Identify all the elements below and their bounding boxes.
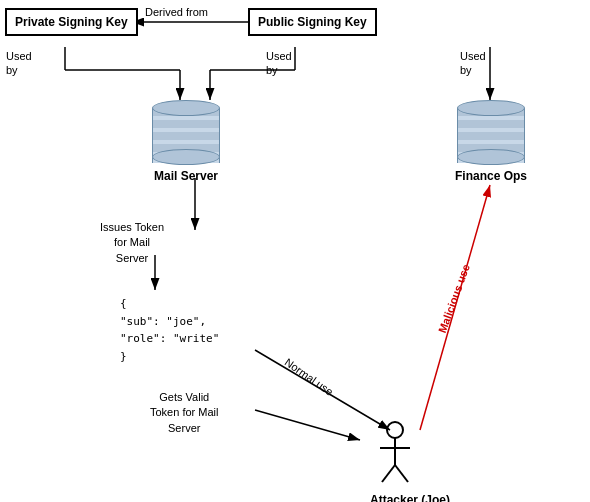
used-by-public-label: Usedby: [266, 49, 292, 78]
derived-from-label: Derived from: [145, 5, 208, 19]
person-svg: [370, 420, 420, 490]
public-key-box: Public Signing Key: [248, 8, 377, 36]
used-by-private-label: Usedby: [6, 49, 32, 78]
mail-server-db: Mail Server: [152, 100, 220, 183]
svg-line-19: [382, 465, 395, 482]
json-content-box: { "sub": "joe", "role": "write" }: [120, 295, 219, 365]
issues-token-label: Issues Tokenfor MailServer: [100, 220, 164, 266]
diagram-container: Private Signing Key Derived from Public …: [0, 0, 590, 502]
attacker-figure: Attacker (Joe): [370, 420, 450, 502]
normal-use-label: Normal use: [282, 355, 336, 399]
private-key-box: Private Signing Key: [5, 8, 138, 36]
svg-point-16: [387, 422, 403, 438]
finance-ops-db: Finance Ops: [455, 100, 527, 183]
gets-valid-token-label: Gets ValidToken for MailServer: [150, 390, 218, 436]
arrows-svg: [0, 0, 590, 502]
used-by-finance-label: Usedby: [460, 49, 486, 78]
malicious-use-label: Malicious use: [435, 262, 473, 335]
svg-line-20: [395, 465, 408, 482]
svg-line-13: [255, 410, 360, 440]
